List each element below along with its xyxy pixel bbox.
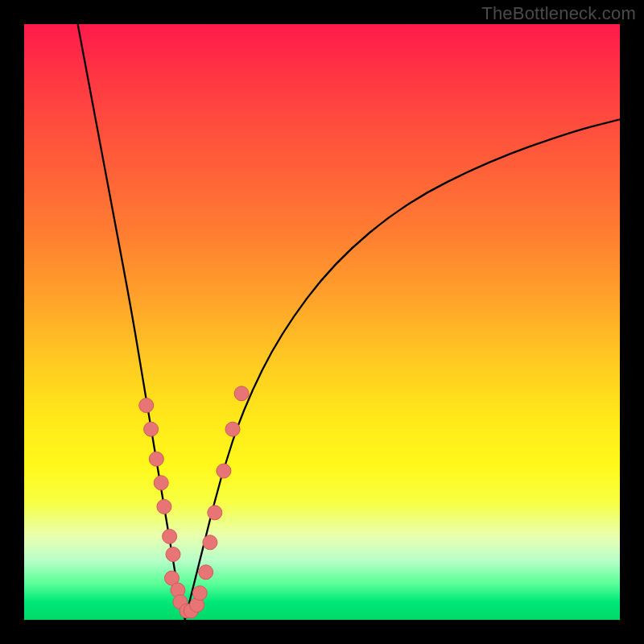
marker-dot	[144, 422, 159, 436]
curve-right-arm	[185, 119, 620, 620]
curve-layer	[24, 24, 620, 620]
marker-dot	[208, 506, 222, 520]
marker-dot	[234, 386, 249, 401]
marker-dot	[163, 529, 177, 543]
marker-dot	[139, 398, 154, 413]
marker-dot	[154, 476, 168, 490]
marker-dot	[199, 565, 213, 580]
plot-area	[24, 24, 620, 620]
marker-dot	[192, 586, 207, 601]
marker-dot	[149, 452, 163, 466]
marker-dot	[225, 422, 240, 436]
marker-dot	[203, 535, 217, 550]
marker-dot	[217, 464, 231, 478]
outer-frame: TheBottleneck.com	[0, 0, 644, 644]
marker-dot	[166, 547, 180, 562]
marker-dot	[157, 499, 171, 514]
watermark-text: TheBottleneck.com	[481, 3, 636, 24]
